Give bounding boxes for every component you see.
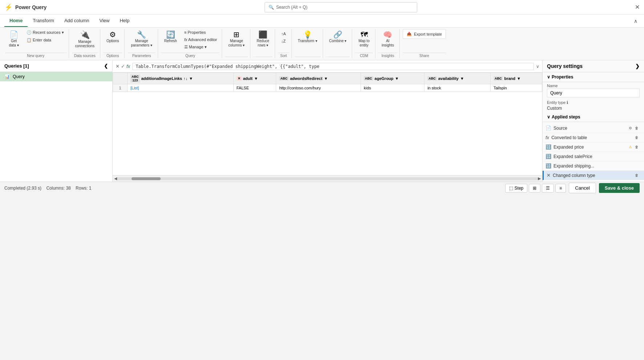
step-expand-icon: 🔢 xyxy=(546,154,551,159)
tab-view[interactable]: View xyxy=(94,15,115,27)
formula-expand-button[interactable]: ∨ xyxy=(536,64,539,69)
entity-type-row: Entity type ℹ Custom xyxy=(543,99,644,112)
query-settings-expand-button[interactable]: ❯ xyxy=(635,63,640,69)
manage-columns-button[interactable]: ⊞ Managecolumns ▾ xyxy=(225,29,248,49)
status-info: Completed (2.93 s) Columns: 38 Rows: 1 xyxy=(4,186,91,191)
reduce-rows-icon: ⬛ xyxy=(258,31,267,38)
step-view-button[interactable]: ⬚ Step xyxy=(505,184,528,193)
cell-ageGroup: kids xyxy=(361,84,424,92)
step-changed-column-type[interactable]: ✕ Changed column type 🗑 xyxy=(543,171,644,180)
column-header-adwordsRedirect[interactable]: ABC adwordsRedirect ▼ xyxy=(276,73,361,84)
col-label: ageGroup xyxy=(375,76,394,81)
refresh-label: Refresh xyxy=(164,39,177,43)
col-label: availability xyxy=(438,76,459,81)
cancel-button[interactable]: Cancel xyxy=(569,183,596,193)
step-delete-button[interactable]: 🗑 xyxy=(634,145,640,149)
tab-transform[interactable]: Transform xyxy=(28,15,59,27)
col-filter-icon[interactable]: ▼ xyxy=(395,76,399,81)
combine-button[interactable]: 🔗 Combine ▾ xyxy=(326,29,350,45)
col-filter-icon[interactable]: ▼ xyxy=(254,76,258,81)
cell-brand: Tailspin xyxy=(490,84,542,92)
sort-asc-icon: ↑A xyxy=(281,32,286,36)
reduce-rows-button[interactable]: ⬛ Reducerows ▾ xyxy=(253,29,272,49)
col-filter-icon[interactable]: ▼ xyxy=(324,76,328,81)
manage-icon: ☰ Manage ▾ xyxy=(184,45,207,49)
formula-reject-button[interactable]: ✕ xyxy=(116,64,120,69)
diagram-view-button[interactable]: ⊞ xyxy=(529,184,540,193)
enter-data-button[interactable]: 📋 Enter data xyxy=(24,37,67,44)
ribbon-collapse-button[interactable]: ∧ xyxy=(632,17,640,25)
ribbon-group-reduce-rows: ⬛ Reducerows ▾ xyxy=(251,29,275,58)
rows-text: Rows: 1 xyxy=(76,186,91,191)
horizontal-scrollbar[interactable]: ◀ ▶ xyxy=(113,175,542,182)
export-template-button[interactable]: 📤 Export template xyxy=(403,29,446,39)
manage-parameters-button[interactable]: 🔧 Manageparameters ▾ xyxy=(128,29,155,49)
col-filter-icon[interactable]: ▼ xyxy=(189,76,193,81)
combine-group-label xyxy=(326,57,350,58)
manage-button[interactable]: ☰ Manage ▾ xyxy=(182,44,220,50)
main-content: Queries [1] ❮ 📊 Query ✕ ✓ fx ∨ xyxy=(0,60,644,182)
scroll-left-button[interactable]: ◀ xyxy=(114,176,117,181)
column-header-additionalImageLinks[interactable]: ABC123 additionalImageLinks ↑↓ ▼ xyxy=(128,73,234,84)
step-delete-button[interactable]: 🗑 xyxy=(634,126,640,130)
step-source[interactable]: 📄 Source ⚙ 🗑 xyxy=(543,124,644,133)
options-button[interactable]: ⚙ Options xyxy=(103,29,122,45)
column-header-ageGroup[interactable]: ABC ageGroup ▼ xyxy=(361,73,424,84)
refresh-button[interactable]: 🔄 Refresh xyxy=(161,29,180,45)
column-header-availability[interactable]: ABC availability ▼ xyxy=(424,73,491,84)
col-sort-icon[interactable]: ↑↓ xyxy=(184,76,188,81)
tab-add-column[interactable]: Add column xyxy=(59,15,94,27)
col-label: adult xyxy=(243,76,253,81)
col-filter-icon[interactable]: ▼ xyxy=(460,76,464,81)
properties-button[interactable]: ≡ Properties xyxy=(182,29,220,36)
tab-home[interactable]: Home xyxy=(4,15,28,27)
recent-sources-button[interactable]: 🕐 Recent sources ▾ xyxy=(24,29,67,36)
step-delete-button[interactable]: 🗑 xyxy=(634,135,640,140)
column-header-brand[interactable]: ABC brand ▼ xyxy=(490,73,542,84)
column-header-adult[interactable]: ✕ adult ▼ xyxy=(233,73,276,84)
properties-section-title[interactable]: ∨ Properties xyxy=(543,72,644,82)
table-view-button[interactable]: ☰ xyxy=(542,184,554,193)
sort-asc-button[interactable]: ↑A xyxy=(279,31,289,37)
step-source-label: Source xyxy=(554,126,625,131)
query-item[interactable]: 📊 Query xyxy=(0,72,112,81)
step-delete-button[interactable]: 🗑 xyxy=(634,173,640,178)
step-expanded-price[interactable]: 🔢 Expanded price ⚠ 🗑 xyxy=(543,142,644,152)
sort-desc-button[interactable]: ↓Z xyxy=(279,38,289,44)
transform-button[interactable]: 💡 Transform ▾ xyxy=(295,29,321,45)
step-settings-button[interactable]: ⚙ xyxy=(628,126,633,130)
formula-accept-button[interactable]: ✓ xyxy=(121,64,125,69)
ribbon-group-cdm: 🗺 Map toentity CDM xyxy=(353,29,375,58)
ai-insights-button[interactable]: 🧠 AIinsights xyxy=(378,29,397,49)
schema-view-button[interactable]: ≡ xyxy=(555,184,566,193)
manage-connections-button[interactable]: 🔌 Manageconnections xyxy=(72,29,98,50)
applied-steps-section-title[interactable]: ∨ Applied steps xyxy=(543,112,644,122)
scroll-right-button[interactable]: ▶ xyxy=(538,176,541,181)
query-settings-title: Query settings xyxy=(547,63,583,69)
app-name-label: Power Query xyxy=(15,4,47,10)
tab-help[interactable]: Help xyxy=(114,15,134,27)
scrollbar-thumb[interactable] xyxy=(132,177,161,180)
col-filter-icon[interactable]: ▼ xyxy=(517,76,521,81)
advanced-editor-button[interactable]: fx Advanced editor xyxy=(182,36,220,43)
query-group-label: Query xyxy=(161,53,220,58)
diagram-icon: ⊞ xyxy=(533,186,536,191)
step-expanded-shipping[interactable]: 🔢 Expanded shipping... xyxy=(543,161,644,171)
options-group-label: Options xyxy=(103,53,122,58)
step-expanded-sale-price[interactable]: 🔢 Expanded salePrice xyxy=(543,152,644,161)
formula-input[interactable] xyxy=(132,63,534,70)
name-input[interactable] xyxy=(547,89,640,97)
step-converted-to-table[interactable]: fx Converted to table 🗑 xyxy=(543,133,644,142)
sidebar-collapse-button[interactable]: ❮ xyxy=(104,63,108,69)
scrollbar-track[interactable] xyxy=(117,177,538,180)
close-button[interactable]: ✕ xyxy=(635,4,640,11)
col-label: brand xyxy=(504,76,515,81)
get-data-button[interactable]: 📄 Getdata ▾ xyxy=(5,29,23,49)
cdm-label: CDM xyxy=(355,53,373,58)
insights-buttons: 🧠 AIinsights xyxy=(378,29,397,53)
name-prop-row: Name xyxy=(543,82,644,99)
map-to-entity-button[interactable]: 🗺 Map toentity xyxy=(355,29,373,49)
save-close-button[interactable]: Save & close xyxy=(599,183,640,193)
grid-container[interactable]: ABC123 additionalImageLinks ↑↓ ▼ ✕ adult xyxy=(113,73,542,175)
search-box[interactable]: 🔍 Search (Alt + Q) xyxy=(265,2,417,12)
